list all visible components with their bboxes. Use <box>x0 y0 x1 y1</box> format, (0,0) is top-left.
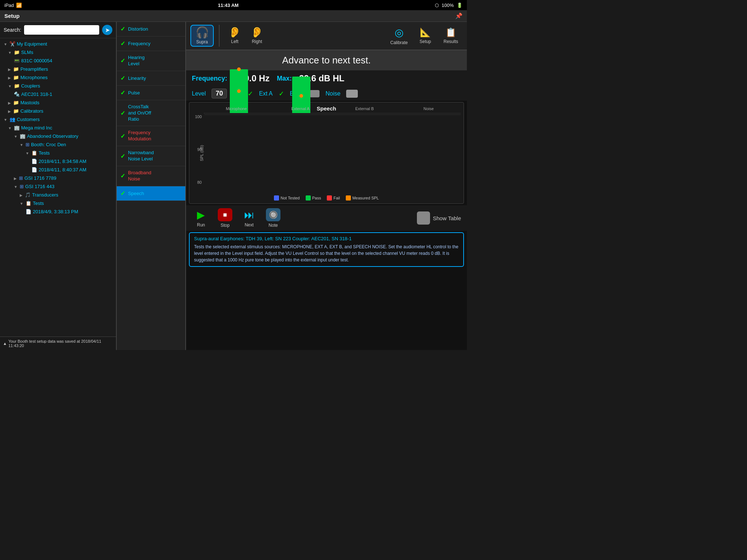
tree-831c[interactable]: 📟 831C 0000054 <box>0 57 116 65</box>
left-ear-icon: 👂 <box>228 27 241 38</box>
tree-test-3[interactable]: 📄 2018/4/9, 3:38:13 PM <box>0 207 116 216</box>
right-label: Right <box>252 39 262 44</box>
legend-not-tested-label: Not Tested <box>280 196 299 200</box>
setup-bar: Setup 📌 <box>0 10 467 22</box>
run-button[interactable]: ▶ Run <box>192 209 210 228</box>
note-button[interactable]: 🔘 Note <box>264 208 282 228</box>
tree-transducers[interactable]: 🎵 Transducers <box>0 191 116 199</box>
ipad-label: iPad <box>4 3 14 8</box>
mic-check[interactable]: ✓ <box>248 90 253 98</box>
tree-test-2[interactable]: 📄 2018/4/11, 8:40:37 AM <box>0 166 116 174</box>
tree-item-label: Mega mind Inc <box>21 125 52 131</box>
test-icon: 📄 <box>26 209 31 214</box>
tree-abandoned-obs[interactable]: 🏢 Abandoned Observatory <box>0 132 116 140</box>
tests-icon: 📋 <box>31 150 37 156</box>
test-item-crosstalk[interactable]: ✓ CrossTalkand On/OffRatio <box>117 100 185 127</box>
legend-pass: Pass <box>306 195 321 201</box>
left-ear-button[interactable]: 👂 Left <box>225 25 245 46</box>
marker-ext-a <box>299 94 303 98</box>
tree-calibrators[interactable]: 📁 Calibrators <box>0 107 116 115</box>
test-name: CrossTalkand On/OffRatio <box>128 104 151 122</box>
tree-tests-1[interactable]: 📋 Tests <box>0 149 116 157</box>
test-item-pulse[interactable]: ✓ Pulse <box>117 86 185 100</box>
test-name: Frequency <box>128 41 150 46</box>
y-tick-100: 100 <box>192 114 202 119</box>
tree-item-label: 2018/4/9, 3:38:13 PM <box>33 209 78 214</box>
tree-my-equipment[interactable]: ✂️ My Equipment <box>0 40 116 48</box>
tree-slms[interactable]: 📁 SLMs <box>0 48 116 57</box>
tree-couplers[interactable]: 📁 Couplers <box>0 82 116 90</box>
tree-item-label: Tests <box>39 150 50 156</box>
bottom-icon: ▲ <box>3 341 7 346</box>
ext-b-toggle[interactable] <box>310 90 320 97</box>
ext-a-check[interactable]: ✓ <box>279 90 284 98</box>
calibrate-button[interactable]: ◎ Calibrate <box>387 24 411 47</box>
next-label: Next <box>245 222 254 228</box>
supra-button[interactable]: 🎧 Supra <box>190 25 214 47</box>
test-item-narrowband[interactable]: ✓ NarrowbandNoise Level <box>117 146 185 166</box>
next-button[interactable]: ⏭ Next <box>240 209 258 228</box>
battery-icon: 🔋 <box>457 3 462 8</box>
bottom-text: Your Booth test setup data was saved at … <box>8 339 113 348</box>
x-label-mic: Microphone <box>204 106 268 111</box>
run-icon: ▶ <box>197 209 205 221</box>
status-right: ⬡ 100% 🔋 <box>435 3 462 8</box>
tree-customers[interactable]: 👥 Customers <box>0 115 116 124</box>
test-item-freq-mod[interactable]: ✓ FrequencyModulation <box>117 126 185 146</box>
tree-preamplifiers[interactable]: 📁 Preamplifiers <box>0 65 116 73</box>
test-item-hearing-level[interactable]: ✓ HearingLevel <box>117 51 185 71</box>
max-label: Max: <box>277 75 292 82</box>
test-icon: 📄 <box>31 159 37 164</box>
tree-test-1[interactable]: 📄 2018/4/11, 8:34:58 AM <box>0 157 116 166</box>
bluetooth-icon: ⬡ <box>435 3 439 8</box>
show-table-swatch <box>417 211 430 225</box>
setup-button[interactable]: 📐 Setup <box>414 25 437 46</box>
test-item-speech[interactable]: ✓ Speech <box>117 186 185 201</box>
check-icon: ✓ <box>120 190 125 197</box>
check-icon: ✓ <box>120 153 125 160</box>
tree-gsi-443[interactable]: ⊞ GSI 1716 443 <box>0 182 116 191</box>
search-button[interactable]: ➤ <box>102 25 112 35</box>
test-item-frequency[interactable]: ✓ Frequency <box>117 36 185 51</box>
action-row: ▶ Run ■ Stop ⏭ Next 🔘 Note <box>186 205 467 231</box>
stop-icon: ■ <box>218 208 232 221</box>
right-ear-button[interactable]: 👂 Right <box>247 25 267 46</box>
check-icon: ✓ <box>120 110 125 117</box>
tree-mega-mind[interactable]: 🏢 Mega mind Inc <box>0 124 116 132</box>
tree-mastoids[interactable]: 📁 Mastoids <box>0 98 116 107</box>
results-button[interactable]: 📋 Results <box>439 25 462 46</box>
folder-icon: 📁 <box>14 50 20 55</box>
setup-label: Setup <box>419 39 431 44</box>
test-name: Pulse <box>128 90 140 96</box>
search-input[interactable] <box>24 25 99 35</box>
equipment-icon: ✂️ <box>9 41 15 47</box>
folder-icon: 📁 <box>13 100 19 105</box>
test-name: BroadbandNoise <box>128 170 151 182</box>
tree-tests-2[interactable]: 📋 Tests <box>0 199 116 207</box>
tree-item-label: GSI 1716 443 <box>25 184 54 189</box>
show-table-button[interactable]: Show Table <box>417 211 461 225</box>
test-item-linearity[interactable]: ✓ Linearity <box>117 71 185 86</box>
right-ear-icon: 👂 <box>251 27 263 38</box>
stop-button[interactable]: ■ Stop <box>216 208 234 228</box>
tree-booth-croc-den[interactable]: ⊞ Booth: Croc Den <box>0 140 116 149</box>
tree-item-label: 2018/4/11, 8:34:58 AM <box>39 159 86 164</box>
tree-gsi-7789[interactable]: ⊞ GSI 1716 7789 <box>0 174 116 182</box>
expand-icon <box>8 66 12 72</box>
run-label: Run <box>197 222 205 228</box>
tree-microphones[interactable]: 📁 Microphones <box>0 73 116 82</box>
noise-toggle[interactable] <box>346 90 358 98</box>
device-icon: ⊞ <box>19 175 23 181</box>
info-box: Supra-aural Earphones: TDH 39, Left: SN … <box>189 232 464 267</box>
icon-toolbar: 🎧 Supra 👂 Left 👂 Right ◎ Calibrate <box>186 22 467 50</box>
tree-aec201[interactable]: 🔩 AEC201 318-1 <box>0 90 116 98</box>
test-item-distortion[interactable]: ✓ Distortion <box>117 22 185 36</box>
level-value[interactable]: 70 <box>212 89 227 98</box>
legend-fail: Fail <box>327 195 340 201</box>
battery-label: 100% <box>442 3 454 8</box>
x-label-ext-a: External A <box>268 106 333 111</box>
swatch-fail <box>327 195 332 201</box>
expand-icon <box>14 184 18 189</box>
test-icon: 📄 <box>31 167 37 172</box>
test-item-broadband[interactable]: ✓ BroadbandNoise <box>117 166 185 186</box>
